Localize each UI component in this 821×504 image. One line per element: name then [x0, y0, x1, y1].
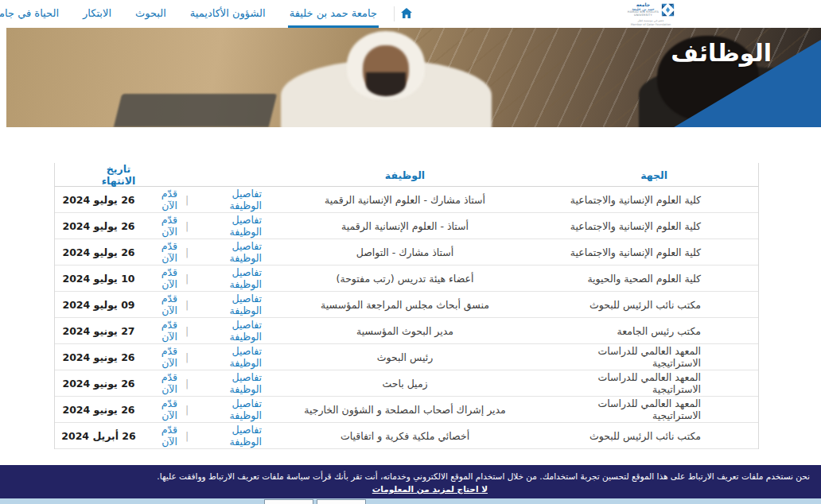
- job-details-link[interactable]: تفاصيل الوظيفة: [196, 188, 262, 211]
- job-entity: المعهد العالمي للدراسات الاستراتيجية: [548, 371, 758, 395]
- job-end-date: 26 يونيو 2024: [55, 378, 142, 390]
- jobs-table-body: كلية العلوم الإنسانية والاجتماعية أستاذ …: [55, 187, 758, 449]
- job-details-link[interactable]: تفاصيل الوظيفة: [196, 424, 262, 448]
- job-position: مدير إشراك أصحاب المصلحة و الشؤون الخارج…: [262, 404, 548, 416]
- job-details-link[interactable]: تفاصيل الوظيفة: [196, 240, 262, 264]
- job-end-date: 27 يونيو 2024: [55, 325, 142, 337]
- header-end-date: تاريخ الانتهاء: [55, 163, 142, 187]
- cookie-banner-wrap: نحن نستخدم ملفات تعريف الارتباط على هذا …: [0, 465, 821, 504]
- job-row: كلية العلوم الصحية والحيوية أعضاء هيئة ت…: [55, 266, 758, 292]
- nav-divider: [394, 6, 395, 21]
- job-row: كلية العلوم الإنسانية والاجتماعية أستاذ …: [55, 213, 758, 239]
- bottom-strip: [0, 498, 821, 504]
- apply-now-link[interactable]: قدّم الآن: [142, 214, 177, 238]
- job-actions: تفاصيل الوظيفة | قدّم الآن: [142, 266, 262, 290]
- job-position: منسق أبحاث مجلس المراجعة المؤسسية: [262, 299, 548, 311]
- header-entity: الجهة: [548, 169, 758, 181]
- main-nav: جامعة حمد بن خليفة الشؤون الأكاديمية الب…: [32, 0, 414, 28]
- job-details-link[interactable]: تفاصيل الوظيفة: [196, 397, 262, 421]
- logo-footnote: عضو في مؤسسة قطر Member of Qatar Foundat…: [627, 19, 675, 27]
- nav-home[interactable]: [399, 0, 414, 28]
- hbku-logo-text: جامعة حمد بن خليفة HAMAD BIN KHALIFA UNI…: [628, 2, 659, 17]
- hbku-logo[interactable]: جامعة حمد بن خليفة HAMAD BIN KHALIFA UNI…: [627, 2, 675, 27]
- job-entity: المعهد العالمي للدراسات الاستراتيجية: [548, 397, 758, 421]
- job-details-link[interactable]: تفاصيل الوظيفة: [196, 266, 262, 290]
- hbku-logo-mark-icon: [661, 3, 675, 17]
- job-position: أستاذ - العلوم الإنسانية الرقمية: [262, 220, 548, 232]
- hero-banner: الوظائف: [6, 28, 821, 127]
- cookie-button-2[interactable]: [317, 499, 366, 504]
- apply-now-link[interactable]: قدّم الآن: [142, 371, 177, 395]
- job-entity: مكتب نائب الرئيس للبحوث: [548, 430, 758, 442]
- apply-now-link[interactable]: قدّم الآن: [142, 424, 177, 448]
- job-details-link[interactable]: تفاصيل الوظيفة: [196, 293, 262, 316]
- job-end-date: 26 يونيو 2024: [55, 351, 142, 363]
- job-actions: تفاصيل الوظيفة | قدّم الآن: [142, 319, 262, 343]
- job-actions: تفاصيل الوظيفة | قدّم الآن: [142, 214, 262, 238]
- job-position: رئيس البحوث: [262, 351, 548, 363]
- jobs-table-header: الجهة الوظيفة تاريخ الانتهاء: [55, 163, 758, 187]
- job-details-link[interactable]: تفاصيل الوظيفة: [196, 319, 262, 343]
- apply-now-link[interactable]: قدّم الآن: [142, 345, 177, 369]
- job-actions: تفاصيل الوظيفة | قدّم الآن: [142, 240, 262, 264]
- nav-item-life-at-hbku[interactable]: الحياة في جامعة حمد بن خليفة: [0, 0, 60, 28]
- job-entity: مكتب رئيس الجامعة: [548, 325, 758, 337]
- header-position: الوظيفة: [262, 169, 548, 181]
- job-row: كلية العلوم الإنسانية والاجتماعية أستاذ …: [55, 239, 758, 266]
- job-position: أستاذ مشارك - العلوم الإنسانية الرقمية: [262, 194, 548, 206]
- job-actions: تفاصيل الوظيفة | قدّم الآن: [142, 345, 262, 369]
- page-title: الوظائف: [671, 39, 772, 67]
- job-row: مكتب رئيس الجامعة مدير البحوث المؤسسية ت…: [55, 318, 758, 344]
- apply-now-link[interactable]: قدّم الآن: [142, 397, 177, 421]
- apply-now-link[interactable]: قدّم الآن: [142, 188, 177, 211]
- job-position: زميل باحث: [262, 378, 548, 390]
- cookie-dismiss-link[interactable]: لا احتاج لمزيد من المعلومات: [372, 483, 488, 495]
- job-actions: تفاصيل الوظيفة | قدّم الآن: [142, 293, 262, 316]
- job-entity: كلية العلوم الإنسانية والاجتماعية: [548, 194, 758, 206]
- link-separator: |: [185, 220, 189, 232]
- nav-item-university[interactable]: جامعة حمد بن خليفة: [288, 0, 379, 28]
- job-actions: تفاصيل الوظيفة | قدّم الآن: [142, 424, 262, 448]
- apply-now-link[interactable]: قدّم الآن: [142, 266, 177, 290]
- apply-now-link[interactable]: قدّم الآن: [142, 240, 177, 264]
- job-entity: مكتب نائب الرئيس للبحوث: [548, 299, 758, 311]
- hero-person-beard: [366, 72, 406, 96]
- job-entity: كلية العلوم الإنسانية والاجتماعية: [548, 220, 758, 232]
- nav-item-innovation[interactable]: الابتكار: [81, 0, 113, 28]
- job-end-date: 26 يوليو 2024: [55, 220, 142, 232]
- job-row: مكتب نائب الرئيس للبحوث منسق أبحاث مجلس …: [55, 292, 758, 318]
- job-row: المعهد العالمي للدراسات الاستراتيجية مدي…: [55, 397, 758, 423]
- hero-laptop-shape: [114, 94, 277, 127]
- job-details-link[interactable]: تفاصيل الوظيفة: [196, 371, 262, 395]
- job-details-link[interactable]: تفاصيل الوظيفة: [196, 214, 262, 238]
- link-separator: |: [185, 299, 189, 311]
- job-details-link[interactable]: تفاصيل الوظيفة: [196, 345, 262, 369]
- job-actions: تفاصيل الوظيفة | قدّم الآن: [142, 371, 262, 395]
- cookie-button-1[interactable]: [264, 499, 313, 504]
- job-entity: كلية العلوم الإنسانية والاجتماعية: [548, 246, 758, 258]
- link-separator: |: [185, 351, 189, 363]
- job-end-date: 26 يوليو 2024: [55, 194, 142, 206]
- top-navbar: جامعة حمد بن خليفة الشؤون الأكاديمية الب…: [0, 0, 821, 28]
- job-end-date: 09 يوليو 2024: [55, 299, 142, 311]
- link-separator: |: [185, 273, 189, 285]
- nav-item-research[interactable]: البحوث: [134, 0, 168, 28]
- job-row: المعهد العالمي للدراسات الاستراتيجية رئي…: [55, 344, 758, 370]
- link-separator: |: [185, 325, 189, 337]
- job-position: أعضاء هيئة تدريس (رتب مفتوحة): [262, 273, 548, 285]
- job-position: مدير البحوث المؤسسية: [262, 325, 548, 337]
- job-row: كلية العلوم الإنسانية والاجتماعية أستاذ …: [55, 187, 758, 213]
- nav-item-academics[interactable]: الشؤون الأكاديمية: [189, 0, 267, 28]
- job-end-date: 26 يوليو 2024: [55, 246, 142, 258]
- apply-now-link[interactable]: قدّم الآن: [142, 293, 177, 316]
- cookie-banner: نحن نستخدم ملفات تعريف الارتباط على هذا …: [0, 465, 821, 498]
- jobs-table: الجهة الوظيفة تاريخ الانتهاء كلية العلوم…: [54, 163, 759, 449]
- link-separator: |: [185, 194, 189, 206]
- job-end-date: 10 يوليو 2024: [55, 273, 142, 285]
- job-position: أستاذ مشارك - التواصل: [262, 246, 548, 258]
- job-actions: تفاصيل الوظيفة | قدّم الآن: [142, 188, 262, 211]
- job-end-date: 26 أبريل 2024: [55, 430, 142, 442]
- home-icon: [401, 8, 412, 18]
- job-end-date: 26 يونيو 2024: [55, 404, 142, 416]
- apply-now-link[interactable]: قدّم الآن: [142, 319, 177, 343]
